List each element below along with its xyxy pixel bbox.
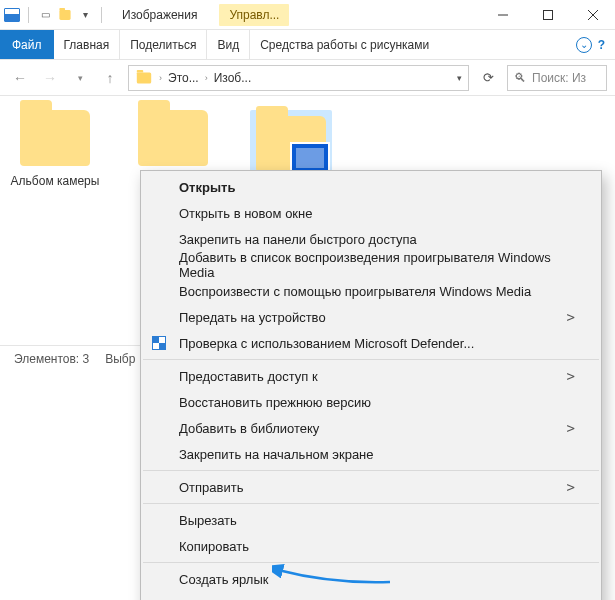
breadcrumb-this-pc[interactable]: Это... (168, 71, 199, 85)
forward-button[interactable]: → (38, 66, 62, 90)
breadcrumb-separator-icon: › (205, 73, 208, 83)
qat-new-folder-icon[interactable] (57, 7, 73, 23)
menu-defender-scan[interactable]: Проверка с использованием Microsoft Defe… (141, 330, 601, 356)
recent-locations-button[interactable]: ▾ (68, 66, 92, 90)
address-bar[interactable]: › Это... › Изоб... ▾ (128, 65, 469, 91)
menu-play-wmp[interactable]: Воспроизвести с помощью проигрывателя Wi… (141, 278, 601, 304)
menu-cut[interactable]: Вырезать (141, 507, 601, 533)
help-icon[interactable]: ? (598, 38, 605, 52)
contextual-tab-label[interactable]: Управл... (219, 4, 289, 26)
folder-icon (138, 110, 208, 166)
defender-icon (151, 335, 167, 351)
status-selected: Выбр (105, 352, 135, 366)
menu-add-library[interactable]: Добавить в библиотеку> (141, 415, 601, 441)
menu-send-to[interactable]: Отправить> (141, 474, 601, 500)
status-item-count: Элементов: 3 (14, 352, 89, 366)
search-icon: 🔍︎ (514, 71, 526, 85)
menu-separator (143, 359, 599, 360)
navigation-bar: ← → ▾ ↑ › Это... › Изоб... ▾ ⟳ 🔍︎ Поиск:… (0, 60, 615, 96)
maximize-button[interactable] (525, 0, 570, 30)
menu-add-wmp-list[interactable]: Добавить в список воспроизведения проигр… (141, 252, 601, 278)
folder-icon (137, 72, 151, 83)
menu-cast-to-device[interactable]: Передать на устройство> (141, 304, 601, 330)
menu-create-shortcut[interactable]: Создать ярлык (141, 566, 601, 592)
menu-open-new-window[interactable]: Открыть в новом окне (141, 200, 601, 226)
tab-home[interactable]: Главная (54, 30, 121, 59)
tab-picture-tools[interactable]: Средства работы с рисунками (250, 30, 439, 59)
menu-restore-previous[interactable]: Восстановить прежнюю версию (141, 389, 601, 415)
file-tab[interactable]: Файл (0, 30, 54, 59)
menu-pin-start[interactable]: Закрепить на начальном экране (141, 441, 601, 467)
menu-separator (143, 470, 599, 471)
menu-separator (143, 562, 599, 563)
chevron-down-icon: ⌄ (576, 37, 592, 53)
menu-give-access[interactable]: Предоставить доступ к> (141, 363, 601, 389)
menu-copy[interactable]: Копировать (141, 533, 601, 559)
address-dropdown-icon[interactable]: ▾ (457, 73, 462, 83)
submenu-arrow-icon: > (567, 420, 575, 436)
ribbon-tabs: Файл Главная Поделиться Вид Средства раб… (0, 30, 615, 60)
folder-icon (20, 110, 90, 166)
breadcrumb-pictures[interactable]: Изоб... (214, 71, 252, 85)
quick-access-toolbar: ▭ ▾ (0, 7, 110, 23)
qat-dropdown-icon[interactable]: ▾ (77, 7, 93, 23)
close-button[interactable] (570, 0, 615, 30)
minimize-button[interactable] (480, 0, 525, 30)
submenu-arrow-icon: > (567, 479, 575, 495)
back-button[interactable]: ← (8, 66, 32, 90)
submenu-arrow-icon: > (567, 368, 575, 384)
window-title: Изображения (122, 8, 197, 22)
folder-icon (256, 116, 326, 172)
title-bar: ▭ ▾ Изображения Управл... (0, 0, 615, 30)
explorer-icon (4, 8, 20, 22)
menu-delete[interactable]: Удалить (141, 592, 601, 600)
submenu-arrow-icon: > (567, 309, 575, 325)
menu-open[interactable]: Открыть (141, 174, 601, 200)
tab-share[interactable]: Поделиться (120, 30, 207, 59)
ribbon-collapse[interactable]: ⌄ ? (566, 30, 615, 59)
up-button[interactable]: ↑ (98, 66, 122, 90)
folder-camera-roll[interactable]: Альбом камеры (10, 110, 100, 190)
item-label: Альбом камеры (11, 174, 100, 190)
search-placeholder: Поиск: Из (532, 71, 586, 85)
tab-view[interactable]: Вид (207, 30, 250, 59)
menu-separator (143, 503, 599, 504)
search-box[interactable]: 🔍︎ Поиск: Из (507, 65, 607, 91)
refresh-button[interactable]: ⟳ (475, 65, 501, 91)
context-menu: Открыть Открыть в новом окне Закрепить н… (140, 170, 602, 600)
breadcrumb-separator-icon: › (159, 73, 162, 83)
qat-properties-icon[interactable]: ▭ (37, 7, 53, 23)
svg-rect-1 (543, 10, 552, 19)
menu-pin-quick-access[interactable]: Закрепить на панели быстрого доступа (141, 226, 601, 252)
